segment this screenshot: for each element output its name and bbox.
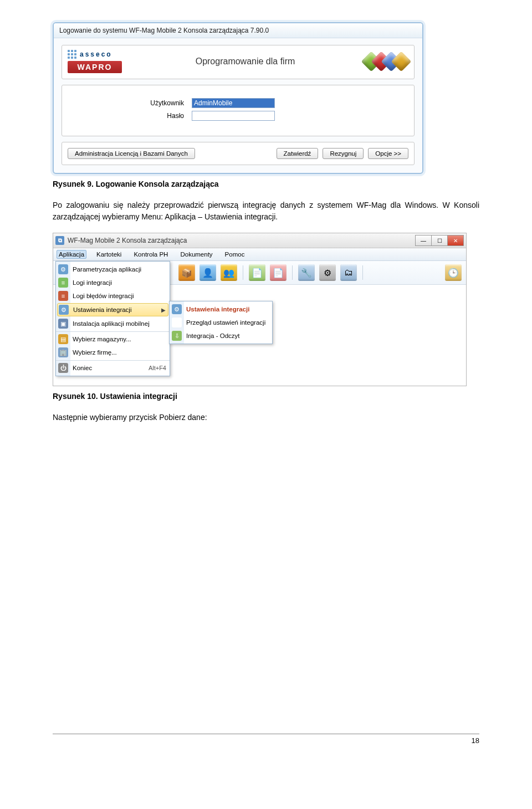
read-icon: ⇩ (172, 331, 182, 341)
menu-item-logi-bledow[interactable]: ≡ Logi błędów integracji (56, 289, 170, 303)
toolbar-icon[interactable]: ⚙ (319, 264, 336, 281)
cancel-button[interactable]: Rezygnuj (323, 148, 364, 159)
minimize-button[interactable]: — (415, 235, 432, 246)
menu-item-wybierz-firme[interactable]: 🏢 Wybierz firmę... (56, 346, 170, 359)
settings-icon: ⚙ (172, 304, 182, 314)
menu-item-parametryzacja[interactable]: ⚙ Parametryzacja aplikacji (56, 263, 170, 276)
toolbar-icon[interactable]: 🔧 (298, 264, 315, 281)
password-label: Hasło (73, 112, 192, 120)
toolbar-icon[interactable]: 🕒 (445, 264, 462, 281)
wapro-logo: WAPRO (68, 61, 122, 73)
banner-tagline: Oprogramowanie dla firm (139, 57, 352, 66)
page-number: 18 (472, 736, 479, 745)
exit-icon: ⏻ (58, 363, 68, 373)
menu-aplikacja[interactable]: Aplikacja (57, 250, 86, 259)
log-icon: ≡ (58, 278, 68, 288)
paragraph-2: Następnie wybieramy przycisk Pobierz dan… (53, 412, 479, 423)
settings-icon: ⚙ (59, 305, 69, 315)
console-title: WF-Mag Mobile 2 Konsola zarządzająca (68, 237, 415, 244)
toolbar-icon[interactable]: 🗂 (340, 264, 357, 281)
gear-icon: ⚙ (58, 264, 68, 274)
login-form: Użytkownik Hasło (62, 85, 415, 136)
login-dialog-screenshot: Logowanie do systemu WF-Mag Mobile 2 Kon… (53, 22, 423, 174)
menu-kartoteki[interactable]: Kartoteki (94, 250, 124, 259)
options-button[interactable]: Opcje >> (368, 148, 408, 159)
menu-dokumenty[interactable]: Dokumenty (178, 250, 214, 259)
console-titlebar: ⧉ WF-Mag Mobile 2 Konsola zarządzająca —… (53, 233, 466, 248)
toolbar-icon[interactable]: 👥 (221, 264, 237, 281)
login-titlebar: Logowanie do systemu WF-Mag Mobile 2 Kon… (54, 23, 422, 38)
menu-item-ustawienia-integracji[interactable]: ⚙ Ustawienia integracji ▶ (57, 303, 168, 316)
console-menubar: Aplikacja Kartoteki Kontrola PH Dokument… (53, 248, 466, 261)
menu-item-logi-integracji[interactable]: ≡ Logi integracji (56, 276, 170, 289)
menu-item-instalacja[interactable]: ▣ Instalacja aplikacji mobilnej (56, 317, 170, 330)
figure-caption-9: Rysunek 9. Logowanie Konsola zarządzając… (53, 180, 479, 188)
aplikacja-dropdown: ⚙ Parametryzacja aplikacji ≡ Logi integr… (55, 261, 170, 376)
password-input[interactable] (192, 111, 275, 121)
menu-pomoc[interactable]: Pomoc (223, 250, 247, 259)
menu-kontrola[interactable]: Kontrola PH (131, 250, 170, 259)
company-icon: 🏢 (58, 347, 68, 357)
paragraph-1: Po zalogowaniu się należy przeprowadzić … (53, 199, 479, 223)
menu-item-koniec[interactable]: ⏻ Koniec Alt+F4 (56, 360, 170, 375)
submenu-item-odczyt[interactable]: ⇩ Integracja - Odczyt (170, 329, 272, 342)
error-log-icon: ≡ (58, 291, 68, 301)
figure-caption-10: Rysunek 10. Ustawienia integracji (53, 392, 479, 401)
install-icon: ▣ (58, 319, 68, 329)
user-label: Użytkownik (73, 99, 192, 107)
app-icon: ⧉ (55, 236, 64, 245)
confirm-button[interactable]: Zatwierdź (277, 148, 319, 159)
warehouse-icon: ▤ (58, 334, 68, 344)
user-input[interactable] (192, 98, 275, 108)
toolbar-icon[interactable]: 📦 (178, 264, 195, 281)
chevron-right-icon: ▶ (161, 307, 166, 313)
login-banner: asseco WAPRO Oprogramowanie dla firm (62, 45, 415, 79)
menu-item-wybierz-magazyny[interactable]: ▤ Wybierz magazyny... (56, 331, 170, 346)
close-button[interactable]: ✕ (448, 235, 464, 246)
console-screenshot: ⧉ WF-Mag Mobile 2 Konsola zarządzająca —… (53, 233, 467, 386)
banner-cubes-icon (369, 54, 408, 69)
ustawienia-integracji-submenu: ⚙ Ustawienia integracji Przegląd ustawie… (169, 301, 273, 344)
brand-block: asseco WAPRO (68, 50, 122, 73)
login-button-bar: Administracja Licencją i Bazami Danych Z… (62, 142, 415, 165)
toolbar-icon[interactable]: 📄 (270, 264, 287, 281)
page-footer: 18 (53, 734, 479, 745)
asseco-logo: asseco (68, 50, 122, 59)
submenu-item-przeglad[interactable]: Przegląd ustawień integracji (170, 316, 272, 329)
submenu-title: ⚙ Ustawienia integracji (170, 303, 272, 316)
admin-db-button[interactable]: Administracja Licencją i Bazami Danych (68, 148, 195, 159)
maximize-button[interactable]: ☐ (432, 235, 448, 246)
toolbar-icon[interactable]: 👤 (200, 264, 216, 281)
toolbar-icon[interactable]: 📄 (249, 264, 265, 281)
